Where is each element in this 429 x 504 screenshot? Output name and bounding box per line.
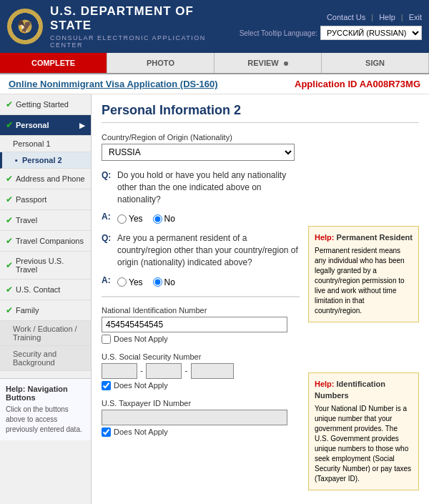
a1-block: A: Yes No: [102, 211, 300, 224]
q1-label: Q:: [102, 170, 117, 205]
help-link[interactable]: Help: [379, 13, 395, 21]
q1-text: Do you hold or have you held any nationa…: [117, 169, 300, 205]
q1-no-radio[interactable]: [153, 214, 162, 224]
ssn-part1[interactable]: [102, 363, 137, 379]
q1-yes-label[interactable]: Yes: [117, 214, 143, 224]
sidebar-help: Help: Navigation Buttons Click on the bu…: [0, 378, 91, 440]
check-icon: ✔: [6, 194, 13, 204]
help-id-numbers: Help: Identification Numbers Your Nation…: [308, 372, 419, 490]
sidebar-item-family[interactable]: ✔ Family: [0, 300, 91, 321]
dash1: -: [140, 365, 143, 376]
progress-review[interactable]: REVIEW: [214, 53, 322, 73]
sidebar-item-prev-travel[interactable]: ✔ Previous U.S. Travel: [0, 252, 91, 280]
taxpayer-dna-checkbox[interactable]: [102, 428, 111, 437]
ssn-inputs: - -: [102, 363, 300, 379]
check-icon: ✔: [6, 260, 13, 270]
header: 🦅 U.S. Department of State CONSULAR ELEC…: [0, 0, 429, 53]
taxpayer-dna: Does Not Apply: [102, 428, 300, 437]
sidebar-item-address[interactable]: ✔ Address and Phone: [0, 169, 91, 189]
taxpayer-label: U.S. Taxpayer ID Number: [102, 399, 300, 407]
sidebar-sub-personal2[interactable]: ▪ Personal 2: [0, 152, 91, 169]
progress-photo[interactable]: PHOTO: [107, 53, 214, 73]
main-layout: ✔ Getting Started ✔ Personal ▶ Personal …: [0, 94, 429, 504]
check-icon: ✔: [6, 215, 13, 225]
help-id-text: Your National ID Number is a unique numb…: [315, 404, 413, 484]
check-icon: ✔: [6, 305, 13, 315]
national-id-dna-checkbox[interactable]: [102, 335, 111, 344]
contact-us-link[interactable]: Contact Us: [327, 13, 365, 21]
nav-help-title: Help: Navigation Buttons: [6, 385, 85, 402]
q2-text: Are you a permanent resident of a countr…: [117, 232, 300, 268]
q2-section: Q: Are you a permanent resident of a cou…: [102, 232, 300, 287]
arrow-icon: ▶: [79, 122, 85, 129]
nationality-label: Country/Region of Origin (Nationality): [102, 133, 300, 142]
ssn-part2[interactable]: [146, 363, 182, 379]
two-col-layout: Country/Region of Origin (Nationality) R…: [102, 133, 419, 498]
ssn-label: U.S. Social Security Number: [102, 352, 300, 361]
app-banner: Online Nonimmigrant Visa Application (DS…: [0, 74, 429, 94]
help-permanent-resident: Help: Permanent Resident Permanent resid…: [308, 226, 419, 322]
app-title[interactable]: Online Nonimmigrant Visa Application (DS…: [9, 79, 218, 89]
a2-label: A:: [102, 275, 117, 287]
ssn-section: U.S. Social Security Number - - Does Not…: [102, 352, 300, 390]
dept-title: U.S. Department of State: [50, 4, 240, 33]
check-icon: ✔: [6, 236, 13, 246]
a1-answer: Yes No: [117, 214, 175, 224]
sidebar-sub-security[interactable]: Security and Background: [0, 346, 91, 371]
progress-complete[interactable]: COMPLETE: [0, 53, 107, 73]
q1-yes-radio[interactable]: [117, 214, 127, 224]
a2-answer: Yes No: [117, 277, 175, 287]
national-id-input[interactable]: [102, 317, 287, 332]
sidebar-item-passport[interactable]: ✔ Passport: [0, 189, 91, 210]
app-id: Application ID AA008R73MG: [295, 79, 420, 89]
header-lang-area: Contact Us | Help | Exit Select Tooltip …: [240, 13, 422, 40]
q2-yes-label[interactable]: Yes: [117, 277, 143, 287]
q1-no-label[interactable]: No: [153, 214, 175, 224]
taxpayer-section: U.S. Taxpayer ID Number Does Not Apply: [102, 399, 300, 437]
progress-bar: COMPLETE PHOTO REVIEW SIGN: [0, 53, 429, 74]
sidebar-sub-personal1[interactable]: Personal 1: [0, 136, 91, 152]
dept-subtitle: CONSULAR ELECTRONIC APPLICATION CENTER: [50, 34, 240, 49]
dash2: -: [184, 365, 187, 376]
sidebar-item-us-contact[interactable]: ✔ U.S. Contact: [0, 280, 91, 300]
content-area: Personal Information 2 Country/Region of…: [92, 94, 429, 504]
check-icon: ✔: [6, 99, 13, 109]
q1-block: Q: Do you hold or have you held any nati…: [102, 169, 300, 205]
sidebar-item-companions[interactable]: ✔ Travel Companions: [0, 231, 91, 252]
ssn-dna-checkbox[interactable]: [102, 381, 111, 390]
help-pr-text: Permanent resident means any individual …: [315, 246, 413, 316]
q2-yes-radio[interactable]: [117, 277, 127, 287]
form-column: Country/Region of Origin (Nationality) R…: [102, 133, 300, 498]
ssn-dna: Does Not Apply: [102, 381, 300, 390]
sidebar-item-personal[interactable]: ✔ Personal ▶: [0, 115, 91, 136]
q2-block: Q: Are you a permanent resident of a cou…: [102, 232, 300, 268]
national-id-section: National Identification Number Does Not …: [102, 306, 300, 344]
progress-sign[interactable]: SIGN: [322, 53, 429, 73]
help-pr-title: Help: Permanent Resident: [315, 232, 413, 243]
lang-select[interactable]: РУССКИЙ (RUSSIAN): [320, 26, 422, 40]
review-dot: [284, 61, 288, 66]
q2-no-label[interactable]: No: [153, 277, 175, 287]
nationality-section: Country/Region of Origin (Nationality) R…: [102, 133, 300, 161]
lang-label: Select Tooltip Language:: [240, 29, 317, 37]
help-id-title: Help: Identification Numbers: [315, 379, 413, 401]
a2-block: A: Yes No: [102, 275, 300, 287]
check-icon: ✔: [6, 120, 13, 130]
q2-no-radio[interactable]: [153, 277, 162, 287]
exit-link[interactable]: Exit: [409, 13, 422, 21]
page-title: Personal Information 2: [102, 103, 419, 123]
ssn-part3[interactable]: [191, 363, 234, 379]
sidebar-sub-work[interactable]: Work / Education / Training: [0, 321, 91, 346]
taxpayer-input[interactable]: [102, 410, 287, 425]
sidebar-item-getting-started[interactable]: ✔ Getting Started: [0, 94, 91, 115]
state-dept-seal: 🦅: [7, 9, 43, 44]
sidebar-item-travel[interactable]: ✔ Travel: [0, 210, 91, 231]
help-column: Help: Permanent Resident Permanent resid…: [308, 133, 419, 498]
q2-label: Q:: [102, 233, 117, 268]
national-id-dna: Does Not Apply: [102, 335, 300, 344]
sidebar: ✔ Getting Started ✔ Personal ▶ Personal …: [0, 94, 92, 504]
sub-bullet: ▪: [15, 156, 18, 164]
check-icon: ✔: [6, 174, 13, 184]
nav-help-text: Click on the buttons above to access pre…: [6, 405, 85, 435]
nationality-select[interactable]: RUSSIA: [102, 144, 295, 161]
